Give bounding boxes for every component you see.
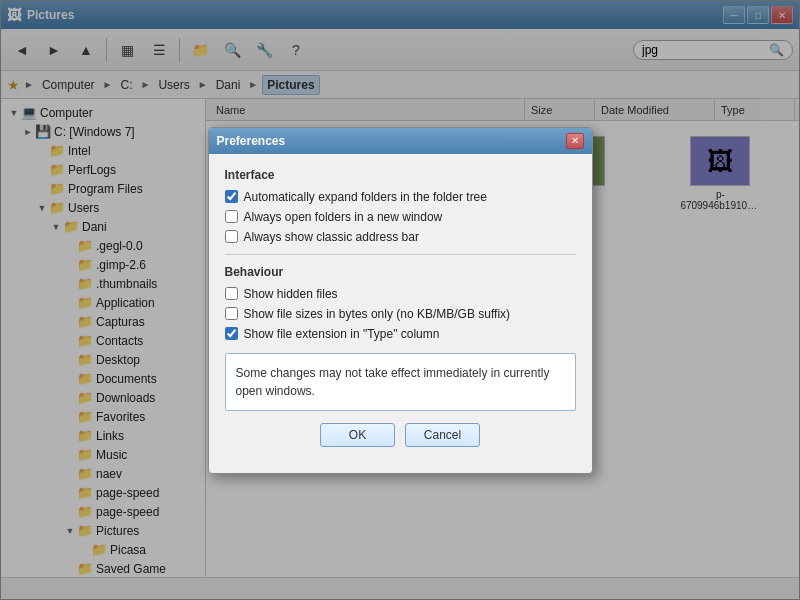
dialog-title-text: Preferences [217, 134, 286, 148]
bytes-only-checkbox[interactable] [225, 307, 238, 320]
dialog-body: Interface Automatically expand folders i… [209, 154, 592, 473]
dialog-footer: OK Cancel [225, 423, 576, 459]
checkbox-classic-addr: Always show classic address bar [225, 230, 576, 244]
checkbox-show-hidden: Show hidden files [225, 287, 576, 301]
section-divider-1 [225, 254, 576, 255]
show-hidden-checkbox[interactable] [225, 287, 238, 300]
checkbox-auto-expand: Automatically expand folders in the fold… [225, 190, 576, 204]
preferences-dialog: Preferences ✕ Interface Automatically ex… [208, 127, 593, 474]
cancel-button[interactable]: Cancel [405, 423, 480, 447]
classic-addr-label: Always show classic address bar [244, 230, 419, 244]
checkbox-bytes-only: Show file sizes in bytes only (no KB/MB/… [225, 307, 576, 321]
new-window-checkbox[interactable] [225, 210, 238, 223]
interface-section-label: Interface [225, 168, 576, 182]
classic-addr-checkbox[interactable] [225, 230, 238, 243]
bytes-only-label: Show file sizes in bytes only (no KB/MB/… [244, 307, 511, 321]
auto-expand-label: Automatically expand folders in the fold… [244, 190, 487, 204]
checkbox-new-window: Always open folders in a new window [225, 210, 576, 224]
new-window-label: Always open folders in a new window [244, 210, 443, 224]
dialog-close-button[interactable]: ✕ [566, 133, 584, 149]
dialog-title-bar: Preferences ✕ [209, 128, 592, 154]
checkbox-show-ext: Show file extension in "Type" column [225, 327, 576, 341]
info-box: Some changes may not take effect immedia… [225, 353, 576, 411]
ok-button[interactable]: OK [320, 423, 395, 447]
dialog-overlay: Preferences ✕ Interface Automatically ex… [0, 0, 800, 600]
behaviour-section-label: Behaviour [225, 265, 576, 279]
show-hidden-label: Show hidden files [244, 287, 338, 301]
show-ext-checkbox[interactable] [225, 327, 238, 340]
auto-expand-checkbox[interactable] [225, 190, 238, 203]
info-text: Some changes may not take effect immedia… [236, 366, 550, 398]
show-ext-label: Show file extension in "Type" column [244, 327, 440, 341]
